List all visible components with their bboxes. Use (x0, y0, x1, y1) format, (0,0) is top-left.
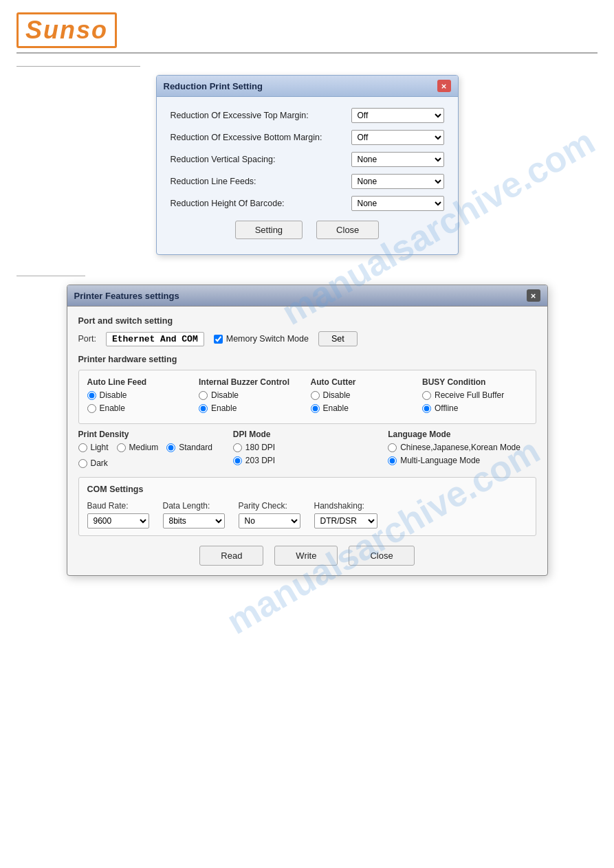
dialog1-row-4: Reduction Height Of Barcode: NoneLightMe… (171, 196, 444, 211)
cutter-col: Auto Cutter Disable Enable (311, 377, 416, 416)
dialog1-body: Reduction Of Excessive Top Margin: OffOn… (157, 97, 458, 254)
dpi-col: DPI Mode 180 DPI 203 DPI (233, 430, 381, 471)
lang-cjk-radio[interactable] (388, 443, 397, 452)
dpi-203-label: 203 DPI (245, 456, 275, 465)
read-btn[interactable]: Read (199, 546, 263, 566)
buzzer-enable: Enable (199, 403, 304, 413)
density-standard: Standard (166, 443, 212, 452)
lang-cjk-label: Chinese,Japanese,Korean Mode (400, 443, 520, 452)
alf-disable-label: Disable (100, 390, 127, 400)
buzzer-enable-radio[interactable] (199, 404, 208, 413)
parity-check-field: Parity Check: NoOddEven (239, 501, 300, 528)
dpi-203-radio[interactable] (233, 456, 242, 465)
memory-switch-text: Memory Switch Mode (226, 334, 309, 344)
hw-grid: Auto Line Feed Disable Enable Internal B… (87, 377, 527, 416)
com-settings-section: COM Settings Baud Rate: 9600480019200384… (78, 477, 536, 536)
dialog1-row-2: Reduction Vertical Spacing: NoneLightMed… (171, 152, 444, 167)
handshaking-field: Handshaking: DTR/DSRXON/XOFFNone (314, 501, 377, 528)
parity-check-select[interactable]: NoOddEven (239, 513, 300, 528)
busy-title: BUSY Condition (422, 377, 527, 387)
density-medium-label: Medium (129, 443, 159, 452)
close-btn[interactable]: Close (349, 546, 414, 566)
handshaking-select[interactable]: DTR/DSRXON/XOFFNone (314, 513, 377, 528)
hw-section: Auto Line Feed Disable Enable Internal B… (78, 370, 536, 424)
buzzer-title: Internal Buzzer Control (199, 377, 304, 387)
section-line-1 (17, 66, 140, 67)
buzzer-enable-label: Enable (211, 403, 237, 413)
port-value: Ethernet And COM (106, 332, 204, 346)
parity-check-label: Parity Check: (239, 501, 300, 511)
brand-logo: Sunso (17, 12, 117, 48)
auto-line-feed-enable: Enable (87, 403, 193, 413)
lang-cjk: Chinese,Japanese,Korean Mode (388, 443, 536, 452)
dialog1-close-btn[interactable]: × (437, 80, 451, 92)
dialog1-select-4[interactable]: NoneLightMediumHeavy (351, 196, 444, 211)
busy-offline: Offline (422, 403, 527, 413)
baud-rate-select[interactable]: 960048001920038400115200 (87, 513, 149, 528)
dialog1-select-2[interactable]: NoneLightMediumHeavy (351, 152, 444, 167)
density-dpi-language-section: Print Density Light Medium Standard (78, 430, 536, 471)
dialog1-label-4: Reduction Height Of Barcode: (171, 199, 351, 208)
density-standard-label: Standard (179, 443, 212, 452)
cutter-disable: Disable (311, 390, 416, 400)
lang-multi-label: Multi-Language Mode (400, 456, 480, 465)
alf-disable-radio[interactable] (87, 391, 96, 400)
cutter-disable-radio[interactable] (311, 391, 320, 400)
set-btn[interactable]: Set (318, 331, 358, 346)
language-col: Language Mode Chinese,Japanese,Korean Mo… (388, 430, 536, 471)
dialog1-close-action-btn[interactable]: Close (316, 221, 379, 239)
write-btn[interactable]: Write (274, 546, 338, 566)
buzzer-disable-label: Disable (211, 390, 239, 400)
com-fields: Baud Rate: 960048001920038400115200 Data… (87, 501, 527, 528)
density-light-radio[interactable] (78, 443, 87, 452)
density-dark-label: Dark (91, 458, 108, 468)
dpi-203: 203 DPI (233, 456, 381, 465)
logo-area: Sunso (0, 0, 614, 52)
dialog1-select-3[interactable]: NoneLightMediumHeavy (351, 174, 444, 189)
dialog1-row-0: Reduction Of Excessive Top Margin: OffOn (171, 108, 444, 123)
dialog1-titlebar: Reduction Print Setting × (157, 76, 458, 97)
buzzer-disable-radio[interactable] (199, 391, 208, 400)
cutter-enable-radio[interactable] (311, 404, 320, 413)
density-medium: Medium (117, 443, 159, 452)
dpi-180-radio[interactable] (233, 443, 242, 452)
busy-receive-label: Receive Full Buffer (435, 390, 504, 400)
memory-switch-checkbox[interactable] (214, 335, 223, 344)
dialog2-close-btn[interactable]: × (527, 289, 540, 302)
dialog1-title: Reduction Print Setting (164, 81, 263, 91)
cutter-enable-label: Enable (323, 403, 349, 413)
auto-line-feed-disable: Disable (87, 390, 193, 400)
reduction-print-dialog: Reduction Print Setting × Reduction Of E… (156, 75, 459, 255)
busy-offline-label: Offline (435, 403, 458, 413)
section2-title: Printer hardware setting (78, 355, 536, 364)
density-standard-radio[interactable] (166, 443, 175, 452)
dialog1-label-0: Reduction Of Excessive Top Margin: (171, 111, 351, 120)
dialog1-select-0[interactable]: OffOn (351, 108, 444, 123)
cutter-disable-label: Disable (323, 390, 351, 400)
com-title: COM Settings (87, 485, 527, 494)
lang-multi-radio[interactable] (388, 456, 397, 465)
density-light-label: Light (91, 443, 109, 452)
busy-receive-radio[interactable] (422, 391, 431, 400)
density-light: Light (78, 443, 109, 452)
port-label: Port: (78, 334, 96, 344)
data-length-label: Data Length: (163, 501, 225, 511)
density-dark-radio[interactable] (78, 459, 87, 468)
alf-enable-radio[interactable] (87, 404, 96, 413)
memory-switch-label[interactable]: Memory Switch Mode (214, 334, 309, 344)
busy-offline-radio[interactable] (422, 404, 431, 413)
lang-multi: Multi-Language Mode (388, 456, 536, 465)
dialog2-bottom-buttons: Read Write Close (78, 546, 536, 566)
cutter-title: Auto Cutter (311, 377, 416, 387)
dialog1-label-2: Reduction Vertical Spacing: (171, 155, 351, 164)
dialog1-label-3: Reduction Line Feeds: (171, 177, 351, 186)
data-length-select[interactable]: 8bits7bits (163, 513, 225, 528)
cutter-enable: Enable (311, 403, 416, 413)
dialog1-select-1[interactable]: OffOn (351, 130, 444, 145)
dpi-title: DPI Mode (233, 430, 381, 439)
dialog1-container: Reduction Print Setting × Reduction Of E… (17, 75, 597, 255)
dpi-180: 180 DPI (233, 443, 381, 452)
dpi-180-label: 180 DPI (245, 443, 275, 452)
dialog1-setting-btn[interactable]: Setting (235, 221, 303, 239)
density-medium-radio[interactable] (117, 443, 126, 452)
